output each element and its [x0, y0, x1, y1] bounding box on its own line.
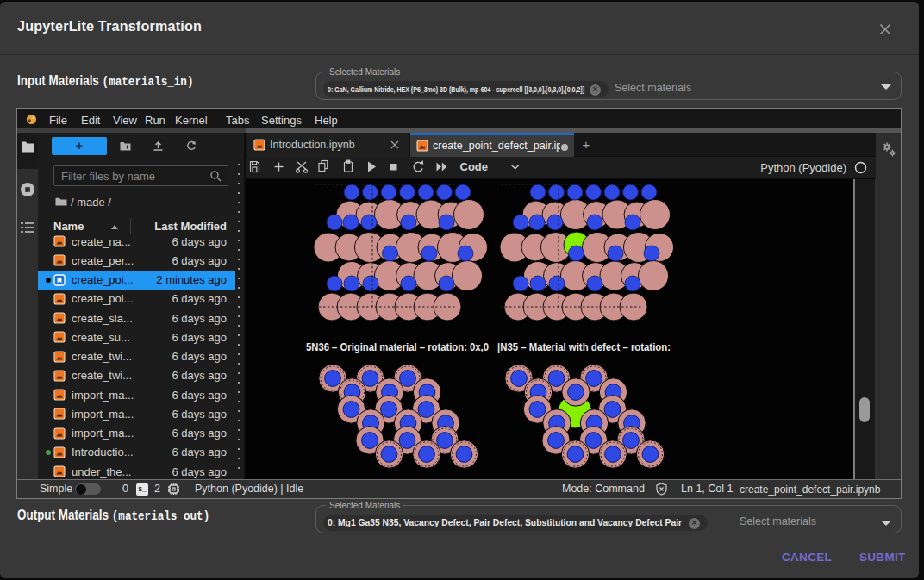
svg-text:0: Mg1 Ga35 N35, Vacancy Defec: 0: Mg1 Ga35 N35, Vacancy Defect, Pair De… — [328, 518, 682, 527]
svg-text:0: GaN, Gallium Nitride, HEX (: 0: GaN, Gallium Nitride, HEX (P6_3mc) 3D… — [328, 85, 584, 94]
svg-text:|N35 – Material with defect –: |N35 – Material with defect – rotation: — [497, 341, 671, 353]
svg-text:Code: Code — [460, 160, 489, 173]
svg-text:5N36 – Original material – rot: 5N36 – Original material – rotation: 0x,… — [306, 341, 489, 353]
